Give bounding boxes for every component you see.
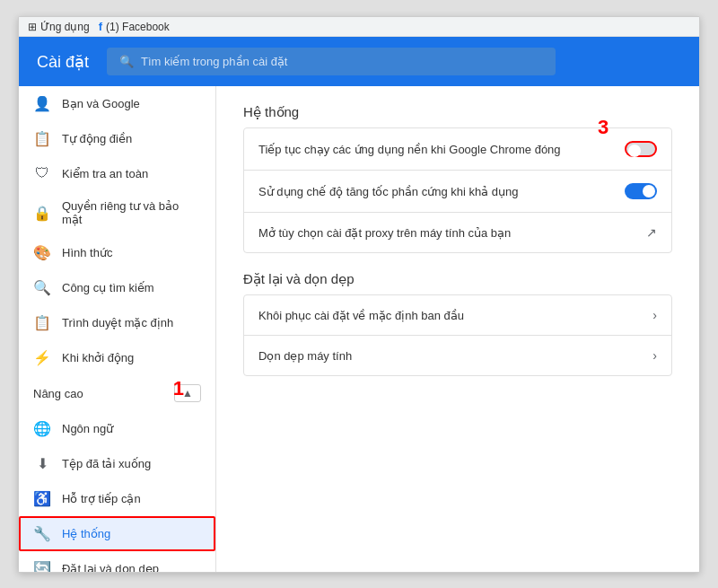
khoi-phuc-text: Khôi phục cài đặt về mặc định ban đầu — [258, 309, 652, 322]
sidebar-label: Đặt lại và dọn dẹp — [62, 562, 159, 572]
sidebar-item-ho-tro-tiep-can[interactable]: ♿ Hỗ trợ tiếp cận — [19, 481, 215, 516]
sidebar-label: Trình duyệt mặc định — [62, 316, 173, 329]
browser-icon: 📋 — [33, 314, 51, 331]
tiep-tuc-chay-toggle[interactable] — [625, 141, 657, 157]
sidebar-item-dat-lai[interactable]: 🔄 Đặt lại và dọn dẹp — [19, 551, 215, 572]
power-icon: ⚡ — [33, 349, 51, 366]
settings-header: Cài đặt 🔍 — [19, 37, 699, 86]
browser-content: 👤 Bạn và Google 📋 Tự động điền 🛡 Kiểm tr… — [19, 86, 699, 572]
su-dung-che-do-text: Sử dụng chế độ tăng tốc phần cứng khi kh… — [258, 185, 625, 198]
sidebar-label: Công cụ tìm kiếm — [62, 281, 154, 294]
sidebar-item-ban-va-google[interactable]: 👤 Bạn và Google — [19, 86, 215, 121]
bookmark-apps-label: Ứng dụng — [40, 21, 90, 33]
setting-row-mo-tuy-chon: Mở tùy chọn cài đặt proxy trên máy tính … — [244, 213, 671, 252]
settings-title: Cài đặt — [37, 52, 89, 72]
setting-row-su-dung-che-do: Sử dụng chế độ tăng tốc phần cứng khi kh… — [244, 171, 671, 213]
facebook-icon: f — [99, 20, 102, 33]
he-thong-card: Tiếp tục chạy các ứng dụng nền khi Googl… — [243, 127, 672, 253]
su-dung-che-do-toggle[interactable] — [625, 183, 657, 199]
tiep-tuc-chay-text: Tiếp tục chạy các ứng dụng nền khi Googl… — [258, 143, 625, 156]
sidebar-item-quyen-rieng-tu[interactable]: 🔒 Quyền riêng tư và bảo mật — [19, 190, 215, 235]
sidebar-item-tai-xuong[interactable]: ⬇ Tệp đã tải xuống — [19, 446, 215, 481]
search-icon: 🔍 — [33, 279, 51, 296]
section-nang-cao-label: Nâng cao — [33, 387, 83, 400]
section-nang-cao: Nâng cao ▲ — [19, 375, 215, 411]
setting-row-don-dep[interactable]: Dọn dẹp máy tính › — [244, 336, 671, 375]
bookmarks-bar: ⊞ Ứng dụng f (1) Facebook — [19, 17, 699, 37]
search-icon: 🔍 — [119, 55, 134, 68]
bookmark-apps[interactable]: ⊞ Ứng dụng — [28, 21, 90, 33]
sidebar-label: Khi khởi động — [62, 351, 134, 364]
shield-icon: 🛡 — [33, 165, 51, 181]
toggle-knob — [628, 145, 641, 157]
sidebar-label: Kiểm tra an toàn — [62, 167, 148, 180]
sidebar-label: Tự động điền — [62, 132, 132, 145]
sidebar-label: Bạn và Google — [62, 97, 140, 110]
lock-icon: 🔒 — [33, 205, 51, 222]
wrench-icon: 🔧 — [33, 525, 51, 542]
external-icon[interactable]: ↗ — [646, 225, 657, 240]
search-input[interactable] — [141, 55, 543, 68]
section-dat-lai-title: Đặt lại và dọn dẹp — [243, 271, 672, 287]
sidebar-label: Ngôn ngữ — [62, 422, 113, 435]
sidebar-item-ngon-ngu[interactable]: 🌐 Ngôn ngữ — [19, 411, 215, 446]
accessibility-icon: ♿ — [33, 490, 51, 507]
setting-row-tiep-tuc-chay: Tiếp tục chạy các ứng dụng nền khi Googl… — [244, 128, 671, 171]
chevron-right-icon: › — [652, 308, 657, 322]
bookmark-facebook-label: (1) Facebook — [106, 21, 170, 33]
setting-row-khoi-phuc[interactable]: Khôi phục cài đặt về mặc định ban đầu › — [244, 295, 671, 336]
paint-icon: 🎨 — [33, 244, 51, 261]
toggle-knob — [643, 185, 655, 197]
sidebar-label: Quyền riêng tư và bảo mật — [62, 199, 201, 226]
sidebar-label: Hình thức — [62, 246, 112, 259]
sidebar-item-cong-cu-tim-kiem[interactable]: 🔍 Công cụ tìm kiếm — [19, 270, 215, 305]
sidebar-item-kiem-tra-an-toan[interactable]: 🛡 Kiểm tra an toàn — [19, 156, 215, 190]
language-icon: 🌐 — [33, 420, 51, 437]
don-dep-text: Dọn dẹp máy tính — [258, 349, 652, 363]
sidebar-label: Tệp đã tải xuống — [62, 457, 151, 470]
sidebar: 👤 Bạn và Google 📋 Tự động điền 🛡 Kiểm tr… — [19, 86, 216, 572]
sidebar-label: Hệ thống — [62, 527, 110, 540]
sidebar-item-hinh-thuc[interactable]: 🎨 Hình thức — [19, 235, 215, 270]
main-content: Hệ thống Tiếp tục chạy các ứng dụng nền … — [216, 86, 699, 572]
autofill-icon: 📋 — [33, 130, 51, 147]
search-bar[interactable]: 🔍 — [107, 48, 556, 75]
sidebar-item-he-thong[interactable]: 🔧 Hệ thống — [19, 516, 215, 551]
sidebar-item-khi-khoi-dong[interactable]: ⚡ Khi khởi động — [19, 340, 215, 375]
sidebar-label: Hỗ trợ tiếp cận — [62, 492, 141, 505]
apps-icon: ⊞ — [28, 21, 37, 33]
person-icon: 👤 — [33, 95, 51, 112]
collapse-nang-cao-button[interactable]: ▲ — [174, 384, 201, 402]
sidebar-item-tu-dong-dien[interactable]: 📋 Tự động điền — [19, 121, 215, 156]
chevron-right-icon: › — [652, 348, 657, 363]
bookmark-facebook[interactable]: f (1) Facebook — [99, 20, 170, 33]
reset-icon: 🔄 — [33, 560, 51, 572]
mo-tuy-chon-text: Mở tùy chọn cài đặt proxy trên máy tính … — [258, 226, 646, 240]
download-icon: ⬇ — [33, 455, 51, 472]
sidebar-item-trinh-duyet[interactable]: 📋 Trình duyệt mặc định — [19, 305, 215, 340]
section-he-thong-title: Hệ thống — [243, 104, 672, 120]
dat-lai-card: Khôi phục cài đặt về mặc định ban đầu › … — [243, 294, 672, 376]
